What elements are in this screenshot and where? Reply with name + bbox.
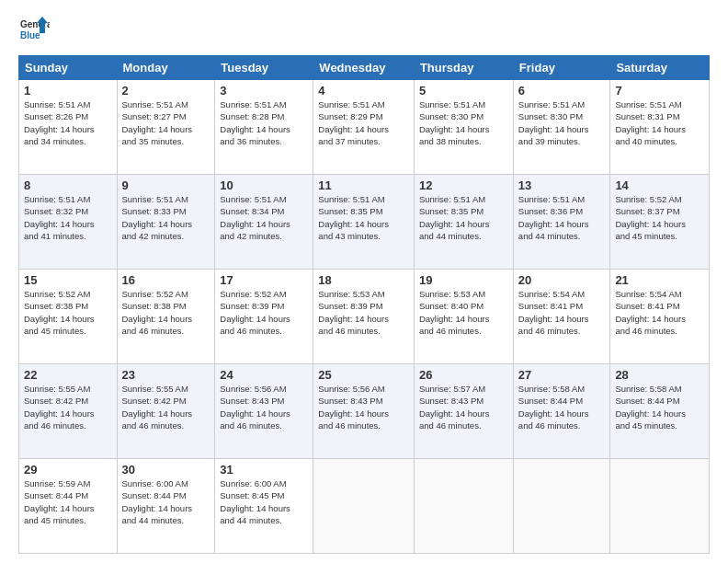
day-info: Sunrise: 5:51 AM Sunset: 8:30 PM Dayligh… [518, 98, 606, 147]
calendar-cell: 10Sunrise: 5:51 AM Sunset: 8:34 PM Dayli… [215, 175, 313, 270]
day-number: 12 [419, 178, 508, 192]
day-number: 17 [220, 273, 308, 287]
day-info: Sunrise: 5:51 AM Sunset: 8:34 PM Dayligh… [220, 193, 308, 242]
calendar-week-row: 22Sunrise: 5:55 AM Sunset: 8:42 PM Dayli… [19, 364, 710, 459]
day-info: Sunrise: 5:51 AM Sunset: 8:31 PM Dayligh… [615, 98, 704, 147]
day-number: 8 [24, 178, 112, 192]
day-number: 10 [220, 178, 308, 192]
calendar-cell: 1Sunrise: 5:51 AM Sunset: 8:26 PM Daylig… [19, 80, 118, 175]
day-info: Sunrise: 5:58 AM Sunset: 8:44 PM Dayligh… [518, 383, 606, 431]
day-info: Sunrise: 5:51 AM Sunset: 8:26 PM Dayligh… [24, 98, 112, 147]
calendar-week-row: 29Sunrise: 5:59 AM Sunset: 8:44 PM Dayli… [19, 459, 710, 554]
calendar-cell: 26Sunrise: 5:57 AM Sunset: 8:43 PM Dayli… [414, 364, 513, 459]
calendar-table: SundayMondayTuesdayWednesdayThursdayFrid… [18, 55, 710, 554]
calendar-cell: 7Sunrise: 5:51 AM Sunset: 8:31 PM Daylig… [610, 80, 710, 175]
day-number: 3 [220, 84, 308, 98]
day-number: 19 [419, 273, 508, 287]
day-header-sunday: Sunday [19, 56, 118, 80]
day-info: Sunrise: 5:52 AM Sunset: 8:38 PM Dayligh… [122, 288, 210, 337]
day-info: Sunrise: 5:56 AM Sunset: 8:43 PM Dayligh… [220, 383, 308, 431]
calendar-cell: 3Sunrise: 5:51 AM Sunset: 8:28 PM Daylig… [215, 80, 313, 175]
day-number: 28 [615, 368, 704, 382]
calendar-cell: 16Sunrise: 5:52 AM Sunset: 8:38 PM Dayli… [117, 270, 215, 364]
calendar-cell: 8Sunrise: 5:51 AM Sunset: 8:32 PM Daylig… [19, 175, 118, 270]
calendar-cell: 12Sunrise: 5:51 AM Sunset: 8:35 PM Dayli… [414, 175, 513, 270]
calendar-cell: 31Sunrise: 6:00 AM Sunset: 8:45 PM Dayli… [215, 459, 313, 554]
day-header-friday: Friday [513, 56, 610, 80]
day-info: Sunrise: 5:55 AM Sunset: 8:42 PM Dayligh… [122, 383, 210, 431]
day-info: Sunrise: 6:00 AM Sunset: 8:44 PM Dayligh… [122, 477, 210, 526]
day-info: Sunrise: 5:51 AM Sunset: 8:29 PM Dayligh… [318, 98, 409, 147]
calendar-cell: 2Sunrise: 5:51 AM Sunset: 8:27 PM Daylig… [117, 80, 215, 175]
calendar-cell: 30Sunrise: 6:00 AM Sunset: 8:44 PM Dayli… [117, 459, 215, 554]
day-number: 14 [615, 178, 704, 192]
calendar-cell: 23Sunrise: 5:55 AM Sunset: 8:42 PM Dayli… [117, 364, 215, 459]
day-info: Sunrise: 5:56 AM Sunset: 8:43 PM Dayligh… [318, 383, 409, 431]
day-info: Sunrise: 5:51 AM Sunset: 8:36 PM Dayligh… [518, 193, 606, 242]
day-info: Sunrise: 5:52 AM Sunset: 8:37 PM Dayligh… [615, 193, 704, 242]
calendar-cell: 19Sunrise: 5:53 AM Sunset: 8:40 PM Dayli… [414, 270, 513, 364]
day-info: Sunrise: 5:53 AM Sunset: 8:40 PM Dayligh… [419, 288, 508, 337]
calendar-cell: 22Sunrise: 5:55 AM Sunset: 8:42 PM Dayli… [19, 364, 118, 459]
calendar-cell: 5Sunrise: 5:51 AM Sunset: 8:30 PM Daylig… [414, 80, 513, 175]
day-number: 11 [318, 178, 409, 192]
svg-text:Blue: Blue [20, 30, 40, 40]
page: General Blue SundayMondayTuesdayWednesda… [0, 0, 728, 563]
day-info: Sunrise: 5:51 AM Sunset: 8:28 PM Dayligh… [220, 98, 308, 147]
day-number: 7 [615, 84, 704, 98]
day-info: Sunrise: 5:52 AM Sunset: 8:38 PM Dayligh… [24, 288, 112, 337]
day-info: Sunrise: 6:00 AM Sunset: 8:45 PM Dayligh… [220, 477, 308, 526]
day-number: 5 [419, 84, 508, 98]
calendar-cell: 9Sunrise: 5:51 AM Sunset: 8:33 PM Daylig… [117, 175, 215, 270]
calendar-week-row: 8Sunrise: 5:51 AM Sunset: 8:32 PM Daylig… [19, 175, 710, 270]
calendar-header-row: SundayMondayTuesdayWednesdayThursdayFrid… [19, 56, 710, 80]
calendar-week-row: 1Sunrise: 5:51 AM Sunset: 8:26 PM Daylig… [19, 80, 710, 175]
day-number: 2 [122, 84, 210, 98]
day-info: Sunrise: 5:51 AM Sunset: 8:33 PM Dayligh… [122, 193, 210, 242]
calendar-cell: 25Sunrise: 5:56 AM Sunset: 8:43 PM Dayli… [313, 364, 415, 459]
calendar-week-row: 15Sunrise: 5:52 AM Sunset: 8:38 PM Dayli… [19, 270, 710, 364]
logo-svg: General Blue [18, 15, 50, 46]
calendar-cell: 21Sunrise: 5:54 AM Sunset: 8:41 PM Dayli… [610, 270, 710, 364]
day-number: 31 [220, 463, 308, 477]
day-number: 15 [24, 273, 112, 287]
day-number: 29 [24, 463, 112, 477]
day-number: 26 [419, 368, 508, 382]
day-number: 13 [518, 178, 606, 192]
calendar-cell: 4Sunrise: 5:51 AM Sunset: 8:29 PM Daylig… [313, 80, 415, 175]
day-info: Sunrise: 5:54 AM Sunset: 8:41 PM Dayligh… [518, 288, 606, 337]
calendar-cell: 13Sunrise: 5:51 AM Sunset: 8:36 PM Dayli… [513, 175, 610, 270]
calendar-cell [513, 459, 610, 554]
calendar-cell: 15Sunrise: 5:52 AM Sunset: 8:38 PM Dayli… [19, 270, 118, 364]
calendar-cell: 27Sunrise: 5:58 AM Sunset: 8:44 PM Dayli… [513, 364, 610, 459]
calendar-cell: 28Sunrise: 5:58 AM Sunset: 8:44 PM Dayli… [610, 364, 710, 459]
day-number: 6 [518, 84, 606, 98]
day-info: Sunrise: 5:52 AM Sunset: 8:39 PM Dayligh… [220, 288, 308, 337]
day-info: Sunrise: 5:57 AM Sunset: 8:43 PM Dayligh… [419, 383, 508, 431]
day-info: Sunrise: 5:59 AM Sunset: 8:44 PM Dayligh… [24, 477, 112, 526]
calendar-cell: 14Sunrise: 5:52 AM Sunset: 8:37 PM Dayli… [610, 175, 710, 270]
day-number: 27 [518, 368, 606, 382]
day-number: 1 [24, 84, 112, 98]
day-info: Sunrise: 5:58 AM Sunset: 8:44 PM Dayligh… [615, 383, 704, 431]
calendar-cell: 29Sunrise: 5:59 AM Sunset: 8:44 PM Dayli… [19, 459, 118, 554]
day-header-thursday: Thursday [414, 56, 513, 80]
day-info: Sunrise: 5:51 AM Sunset: 8:27 PM Dayligh… [122, 98, 210, 147]
day-number: 21 [615, 273, 704, 287]
calendar-cell: 11Sunrise: 5:51 AM Sunset: 8:35 PM Dayli… [313, 175, 415, 270]
day-number: 9 [122, 178, 210, 192]
day-number: 18 [318, 273, 409, 287]
day-info: Sunrise: 5:51 AM Sunset: 8:30 PM Dayligh… [419, 98, 508, 147]
day-number: 30 [122, 463, 210, 477]
day-number: 25 [318, 368, 409, 382]
day-number: 22 [24, 368, 112, 382]
day-header-tuesday: Tuesday [215, 56, 313, 80]
calendar-cell [313, 459, 415, 554]
day-info: Sunrise: 5:51 AM Sunset: 8:35 PM Dayligh… [318, 193, 409, 242]
calendar-cell [414, 459, 513, 554]
header: General Blue [18, 15, 710, 46]
calendar-cell [610, 459, 710, 554]
day-number: 4 [318, 84, 409, 98]
calendar-cell: 6Sunrise: 5:51 AM Sunset: 8:30 PM Daylig… [513, 80, 610, 175]
calendar-cell: 17Sunrise: 5:52 AM Sunset: 8:39 PM Dayli… [215, 270, 313, 364]
